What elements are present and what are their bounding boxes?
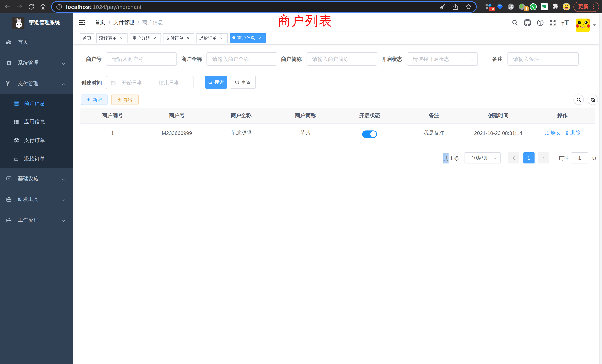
svg-text:y: y (532, 5, 534, 9)
